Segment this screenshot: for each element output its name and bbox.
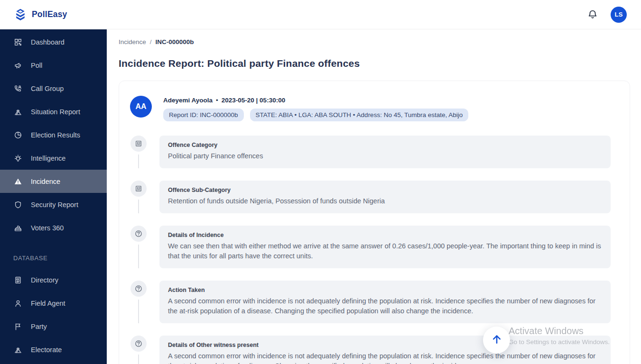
report-id-badge: Report ID: INC-000000b (163, 109, 244, 121)
timeline-rail (130, 226, 147, 268)
situation-report-icon (13, 107, 23, 117)
breadcrumb-incidence-link[interactable]: Incidence (119, 38, 146, 46)
sidebar-item-party[interactable]: Party (0, 315, 107, 338)
timeline-connector (138, 200, 139, 213)
poll-icon (13, 61, 23, 70)
sidebar-item-label: Party (31, 323, 47, 330)
page-title: Incidence Report: Political party Financ… (119, 58, 630, 69)
sidebar-section-database-label: DATABASE (0, 255, 107, 262)
timeline-entry: Offence Category Political party Finance… (130, 136, 611, 181)
voters-360-icon (13, 223, 23, 233)
sidebar-item-voters-360[interactable]: Voters 360 (0, 216, 107, 239)
entry-card: Details of Other witness present A secon… (159, 336, 611, 364)
sidebar-item-directory[interactable]: Directory (0, 268, 107, 291)
dashboard-icon (13, 37, 23, 47)
entry-title: Details of Incidence (168, 232, 602, 238)
entry-title: Action Taken (168, 287, 602, 293)
entry-title: Offence Sub-Category (168, 187, 602, 193)
incidence-icon (13, 177, 23, 186)
form-icon (130, 181, 147, 197)
breadcrumb: Incidence / INC-000000b (119, 38, 630, 46)
meta-separator: • (216, 97, 218, 104)
sidebar-item-label: Directory (31, 276, 58, 284)
entry-card: Action Taken A second common error with … (159, 281, 611, 323)
breadcrumb-separator: / (150, 38, 152, 46)
app-header: PollEasy LS (0, 0, 641, 29)
sidebar-item-label: Security Report (31, 201, 78, 209)
sidebar-item-intelligence[interactable]: Intelligence (0, 146, 107, 170)
sidebar-item-election-results[interactable]: Election Results (0, 123, 107, 146)
timeline-rail (130, 181, 147, 213)
question-icon (130, 226, 147, 242)
reporter-name: Adeyemi Ayoola (163, 97, 213, 104)
sidebar: Dashboard Poll Call Group Situation Repo… (0, 29, 107, 364)
location-badge: STATE: ABIA • LGA: ABA SOUTH • Address: … (250, 109, 469, 121)
entry-card: Offence Category Political party Finance… (159, 136, 611, 168)
sidebar-item-label: Dashboard (31, 38, 65, 46)
call-group-icon (13, 84, 23, 93)
sidebar-item-incidence[interactable]: Incidence (0, 170, 107, 193)
timeline-rail (130, 336, 147, 364)
timeline-connector (138, 300, 139, 323)
entry-body: Retention of funds outside Nigeria, Poss… (168, 196, 602, 206)
intelligence-icon (13, 154, 23, 163)
sidebar-item-electorate[interactable]: Electorate (0, 338, 107, 361)
election-results-icon (13, 130, 23, 140)
sidebar-nav-database: Directory Field Agent Party Electorate (0, 268, 107, 361)
sidebar-item-field-agent[interactable]: Field Agent (0, 291, 107, 315)
report-meta: Adeyemi Ayoola • 2023-05-20 | 05:30:00 (163, 97, 468, 104)
sidebar-item-dashboard[interactable]: Dashboard (0, 30, 107, 54)
breadcrumb-current: INC-000000b (156, 38, 194, 46)
timeline-entry: Offence Sub-Category Retention of funds … (130, 181, 611, 226)
report-datetime: 2023-05-20 | 05:30:00 (222, 97, 285, 104)
sidebar-item-label: Electorate (31, 346, 62, 354)
scroll-to-top-button[interactable] (483, 327, 510, 354)
question-icon (130, 281, 147, 297)
field-agent-icon (13, 299, 23, 308)
timeline-entry: Details of Other witness present A secon… (130, 336, 611, 364)
entry-title: Offence Category (168, 142, 602, 148)
directory-icon (13, 275, 23, 285)
sidebar-item-situation-report[interactable]: Situation Report (0, 100, 107, 123)
timeline-entry: Details of Incidence We can see then tha… (130, 226, 611, 281)
entry-title: Details of Other witness present (168, 342, 602, 348)
entry-body: A second common error with incidence is … (168, 351, 602, 364)
timeline-connector (138, 355, 139, 364)
entry-card: Offence Sub-Category Retention of funds … (159, 181, 611, 213)
entry-card: Details of Incidence We can see then tha… (159, 226, 611, 268)
report-card: AA Adeyemi Ayoola • 2023-05-20 | 05:30:0… (119, 81, 630, 364)
sidebar-item-label: Voters 360 (31, 224, 64, 232)
arrow-up-icon (491, 333, 503, 347)
sidebar-item-security-report[interactable]: Security Report (0, 193, 107, 216)
question-icon (130, 336, 147, 352)
app-logo[interactable]: PollEasy (13, 8, 67, 22)
sidebar-item-label: Poll (31, 62, 42, 69)
sidebar-item-poll[interactable]: Poll (0, 54, 107, 77)
report-timeline: Offence Category Political party Finance… (130, 136, 611, 364)
form-icon (130, 136, 147, 152)
sidebar-item-label: Intelligence (31, 155, 65, 162)
polleasy-layers-logo-icon (13, 8, 28, 22)
reporter-avatar: AA (130, 96, 152, 118)
party-icon (13, 322, 23, 331)
main-content: Incidence / INC-000000b Incidence Report… (107, 29, 641, 364)
sidebar-item-call-group[interactable]: Call Group (0, 77, 107, 100)
timeline-connector (138, 245, 139, 268)
entry-body: Political party Finance offences (168, 151, 602, 161)
electorate-icon (13, 345, 23, 355)
entry-body: We can see then that with either method … (168, 241, 602, 261)
notifications-bell-icon[interactable] (587, 9, 598, 20)
timeline-rail (130, 136, 147, 168)
entry-body: A second common error with incidence is … (168, 296, 602, 316)
report-badges: Report ID: INC-000000b STATE: ABIA • LGA… (163, 109, 468, 121)
user-avatar[interactable]: LS (611, 7, 627, 23)
sidebar-item-label: Incidence (31, 178, 60, 185)
timeline-rail (130, 281, 147, 323)
sidebar-item-label: Call Group (31, 85, 64, 92)
brand-name: PollEasy (32, 9, 67, 19)
sidebar-item-label: Situation Report (31, 108, 80, 116)
timeline-entry: Action Taken A second common error with … (130, 281, 611, 336)
security-report-icon (13, 200, 23, 209)
sidebar-nav-main: Dashboard Poll Call Group Situation Repo… (0, 30, 107, 239)
timeline-connector (138, 155, 139, 168)
